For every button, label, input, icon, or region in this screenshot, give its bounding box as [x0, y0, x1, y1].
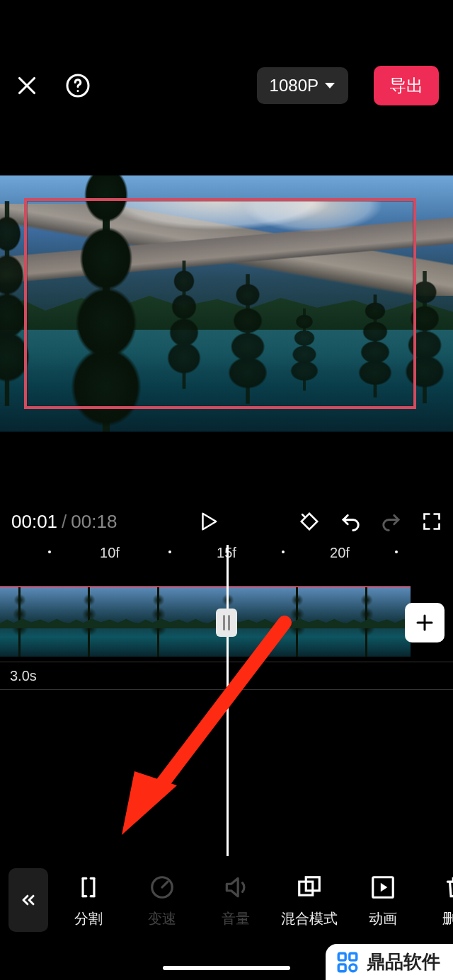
watermark: 鼎品软件	[326, 944, 453, 980]
overlay-duration: 3.0s	[10, 668, 37, 684]
time-display: 00:01/00:18	[11, 511, 117, 533]
export-button[interactable]: 导出	[374, 66, 439, 105]
svg-rect-14	[338, 964, 345, 971]
blend-icon	[296, 874, 323, 901]
help-button[interactable]	[65, 73, 91, 98]
tool-animation[interactable]: 动画	[350, 872, 416, 928]
chevron-down-icon	[324, 81, 336, 90]
tool-volume: 音量	[202, 872, 269, 928]
tool-label: 变速	[148, 909, 176, 928]
bottom-toolbar: 分割 变速 音量 混合模式 动画 删除	[0, 861, 453, 939]
home-indicator	[163, 966, 290, 970]
chevrons-left-icon	[18, 890, 38, 910]
tool-split[interactable]: 分割	[55, 872, 122, 928]
total-time: 00:18	[71, 511, 117, 532]
timeline-track[interactable]	[0, 586, 411, 657]
clip-thumbnail[interactable]	[277, 587, 347, 657]
tool-label: 混合模式	[281, 909, 338, 928]
tool-label: 删除	[442, 909, 453, 928]
tool-label: 音量	[222, 909, 250, 928]
redo-button[interactable]	[381, 511, 402, 532]
watermark-icon	[336, 950, 360, 974]
clip-thumbnail[interactable]	[347, 587, 411, 657]
ruler-mark: 20f	[330, 545, 350, 561]
close-button[interactable]	[14, 73, 40, 98]
undo-button[interactable]	[340, 511, 361, 532]
fullscreen-button[interactable]	[422, 512, 442, 531]
resolution-label: 1080P	[270, 76, 319, 96]
clip-thumbnail[interactable]	[69, 587, 139, 657]
play-button[interactable]	[197, 509, 219, 534]
playhead[interactable]	[226, 545, 229, 856]
current-time: 00:01	[11, 511, 57, 532]
split-icon	[75, 874, 102, 901]
add-clip-button[interactable]	[405, 603, 445, 642]
delete-icon	[443, 874, 453, 901]
ruler-mark: 10f	[100, 545, 120, 561]
keyframe-button[interactable]	[299, 511, 320, 532]
clip-thumbnail[interactable]	[0, 587, 69, 657]
tool-delete[interactable]: 删除	[423, 872, 453, 928]
svg-point-3	[77, 90, 79, 92]
speed-icon	[149, 874, 176, 901]
tool-blend[interactable]: 混合模式	[276, 872, 343, 928]
svg-point-15	[350, 964, 357, 971]
export-label: 导出	[389, 76, 423, 95]
tool-label: 分割	[74, 909, 103, 928]
watermark-text: 鼎品软件	[367, 950, 440, 974]
svg-rect-12	[338, 953, 345, 960]
svg-rect-13	[350, 953, 357, 960]
plus-icon	[414, 612, 435, 633]
svg-marker-7	[122, 771, 177, 835]
tool-speed: 变速	[129, 872, 195, 928]
tool-label: 动画	[369, 909, 397, 928]
volume-icon	[222, 874, 249, 901]
resolution-selector[interactable]: 1080P	[257, 67, 348, 104]
crop-frame[interactable]	[24, 198, 416, 409]
toolbar-back-button[interactable]	[8, 868, 48, 932]
video-preview[interactable]	[0, 175, 453, 432]
playback-bar: 00:01/00:18	[0, 504, 453, 539]
clip-thumbnail[interactable]	[139, 587, 208, 657]
transition-handle[interactable]	[216, 609, 237, 637]
animation-icon	[369, 874, 396, 901]
